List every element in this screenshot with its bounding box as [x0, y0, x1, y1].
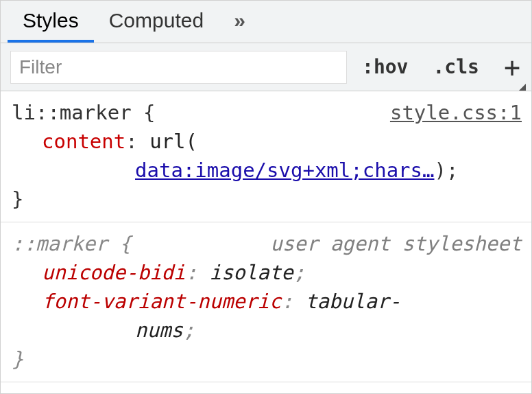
css-value-line1[interactable]: tabular- — [305, 290, 401, 313]
css-declaration[interactable]: font-variant-numeric: tabular- — [12, 287, 520, 316]
new-style-rule-button[interactable]: + — [494, 51, 524, 84]
tab-overflow[interactable]: » — [219, 1, 262, 43]
css-property[interactable]: unicode-bidi — [42, 261, 186, 284]
hov-toggle[interactable]: :hov — [352, 51, 418, 84]
css-value-line2[interactable]: nums — [135, 318, 183, 342]
css-property[interactable]: content — [42, 130, 125, 153]
css-property[interactable]: font-variant-numeric — [42, 290, 281, 313]
css-value-wrapped: data:image/svg+xml;chars…); — [12, 156, 520, 185]
rules-list: style.css:1 li::marker { content: url( d… — [1, 91, 531, 382]
colon: : — [125, 130, 149, 153]
colon: : — [281, 290, 305, 313]
tabs-bar: Styles Computed » — [1, 1, 531, 43]
colon: : — [186, 261, 210, 284]
brace-close: } — [12, 187, 23, 211]
tab-styles[interactable]: Styles — [8, 1, 94, 43]
cls-toggle[interactable]: .cls — [423, 51, 488, 84]
css-rule: style.css:1 li::marker { content: url( d… — [1, 91, 531, 222]
css-declaration[interactable]: content: url( — [12, 127, 520, 156]
css-value[interactable]: isolate — [209, 261, 293, 284]
brace-open: { — [108, 232, 132, 255]
rule-selector[interactable]: ::marker — [12, 232, 108, 255]
css-value-wrapped: nums; — [12, 316, 520, 345]
rule-selector[interactable]: li::marker — [12, 101, 132, 124]
brace-close: } — [12, 347, 23, 371]
css-declaration[interactable]: unicode-bidi: isolate; — [12, 258, 520, 287]
tab-computed[interactable]: Computed — [94, 1, 219, 43]
rule-source-link[interactable]: style.css:1 — [390, 98, 522, 127]
rule-source-ua: user agent stylesheet — [270, 229, 522, 258]
css-rule-ua: user agent stylesheet ::marker { unicode… — [1, 222, 531, 382]
css-value-prefix: url( — [149, 130, 197, 153]
brace-open: { — [132, 101, 156, 124]
url-link[interactable]: data:image/svg+xml;chars… — [135, 159, 435, 182]
styles-toolbar: :hov .cls + — [1, 43, 531, 91]
value-suffix: ); — [435, 159, 459, 182]
semicolon: ; — [183, 318, 195, 342]
semicolon: ; — [293, 261, 305, 284]
filter-input[interactable] — [10, 51, 347, 84]
